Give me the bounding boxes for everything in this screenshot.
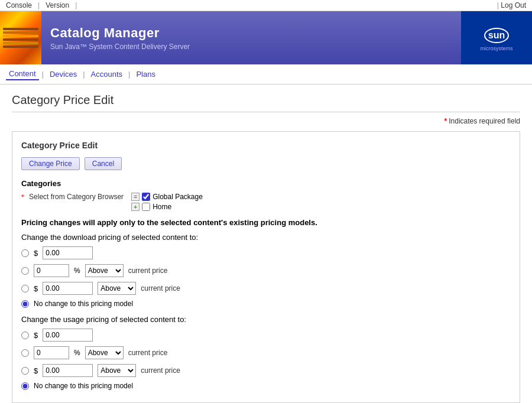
usage-row-4: No change to this pricing model (21, 381, 511, 391)
download-row-1: $ (21, 245, 511, 261)
top-bar-left: Console | Version | (6, 1, 77, 9)
download-radio-2[interactable] (21, 267, 29, 275)
usage-radio-4[interactable] (21, 382, 29, 390)
usage-row-3: $ Above Below current price (21, 363, 511, 378)
tree-icon-home[interactable]: + (131, 203, 140, 211)
download-no-change-label: No change to this pricing model (34, 300, 133, 308)
usage-radio-1[interactable] (21, 332, 29, 339)
nav-sep-2: | (83, 70, 85, 79)
top-bar: Console | Version | | Log Out (0, 0, 532, 11)
download-above-below-2[interactable]: Above Below (98, 282, 136, 295)
usage-above-below-2[interactable]: Above Below (98, 364, 136, 377)
dollar-3: $ (34, 331, 38, 340)
usage-row-2: % Above Below current price (21, 345, 511, 360)
download-row-2: % Above Below current price (21, 263, 511, 278)
cancel-button[interactable]: Cancel (85, 157, 122, 170)
usage-pricing-label: Change the usage pricing of selected con… (21, 315, 511, 324)
current-price-4: current price (141, 366, 180, 375)
nav-sep-3: | (128, 70, 130, 79)
book-spine (0, 11, 41, 64)
logout-link[interactable]: Log Out (501, 1, 526, 9)
home-label: Home (153, 203, 171, 211)
usage-price-input-1[interactable] (43, 329, 93, 342)
book-line-5 (3, 42, 38, 44)
download-radio-1[interactable] (21, 249, 29, 257)
categories-label: Categories (21, 179, 511, 188)
nav-devices[interactable]: Devices (47, 69, 80, 80)
nav-accounts[interactable]: Accounts (88, 69, 125, 80)
tree-icon-global[interactable]: = (131, 193, 140, 201)
required-note-text: Indicates required field (449, 117, 520, 125)
header-left: Catalog Manager Sun Java™ System Content… (0, 11, 461, 64)
nav-content[interactable]: Content (6, 68, 39, 80)
download-price-input-1[interactable] (43, 246, 93, 259)
download-radio-4[interactable] (21, 300, 29, 308)
tree-item-global: = Global Package (131, 193, 203, 201)
book-image (0, 11, 41, 64)
usage-no-change-label: No change to this pricing model (34, 382, 133, 390)
app-title: Catalog Manager (50, 25, 190, 41)
required-asterisk: * (445, 117, 447, 125)
download-radio-3[interactable] (21, 285, 29, 292)
dollar-1: $ (34, 249, 38, 258)
download-row-4: No change to this pricing model (21, 298, 511, 309)
pricing-note: Pricing changes will apply only to the s… (21, 218, 511, 227)
separator-1: | (38, 1, 40, 9)
download-percent-input[interactable] (34, 264, 69, 277)
current-price-1: current price (128, 266, 168, 275)
download-row-3: $ Above Below current price (21, 281, 511, 296)
app-subtitle: Sun Java™ System Content Delivery Server (50, 43, 190, 51)
percent-sign-2: % (74, 349, 80, 357)
dollar-4: $ (34, 366, 38, 375)
book-line-3 (3, 35, 38, 37)
version-link[interactable]: Version (46, 1, 69, 9)
home-checkbox[interactable] (142, 203, 150, 211)
dollar-2: $ (34, 284, 38, 293)
sun-logo-container: sun microsystems (461, 11, 532, 64)
usage-radio-2[interactable] (21, 349, 29, 357)
sun-logo-icon: sun (482, 25, 511, 46)
nav-sep-1: | (42, 70, 44, 79)
header-title-area: Catalog Manager Sun Java™ System Content… (41, 20, 199, 57)
top-bar-right: | Log Out (497, 1, 526, 9)
header: Catalog Manager Sun Java™ System Content… (0, 11, 532, 64)
change-price-button[interactable]: Change Price (21, 157, 80, 170)
download-price-input-2[interactable] (43, 282, 93, 295)
sun-logo-subtext: microsystems (480, 46, 512, 51)
usage-above-below-1[interactable]: Above Below (85, 346, 124, 359)
percent-sign-1: % (74, 266, 80, 275)
required-note: *Indicates required field (12, 117, 520, 125)
book-line-1 (3, 28, 38, 30)
tree-item-home: + Home (131, 203, 203, 211)
global-package-label: Global Package (153, 193, 203, 201)
global-package-checkbox[interactable] (142, 193, 150, 201)
usage-row-1: $ (21, 327, 511, 343)
book-line-2 (3, 31, 38, 34)
sun-logo: sun microsystems (480, 25, 512, 51)
current-price-3: current price (128, 349, 168, 357)
book-line-4 (3, 38, 38, 41)
category-tree: = Global Package + Home (131, 193, 203, 211)
action-buttons: Change Price Cancel (21, 157, 511, 170)
svg-text:sun: sun (488, 30, 505, 40)
download-above-below-1[interactable]: Above Below (85, 264, 124, 277)
console-link[interactable]: Console (6, 1, 32, 9)
required-marker: * (21, 193, 24, 202)
current-price-2: current price (141, 284, 180, 292)
category-browser-row: * Select from Category Browser = Global … (21, 193, 511, 211)
form-section-title: Category Price Edit (21, 141, 511, 150)
nav-plans[interactable]: Plans (133, 69, 158, 80)
download-pricing-label: Change the download pricing of selected … (21, 233, 511, 242)
usage-price-input-2[interactable] (43, 364, 93, 377)
page-content: Category Price Edit *Indicates required … (0, 84, 532, 403)
page-title: Category Price Edit (12, 93, 520, 112)
category-browser-label: Select from Category Browser (29, 193, 124, 201)
book-line-6 (3, 46, 38, 48)
separator-2: | (75, 1, 77, 9)
form-section: Category Price Edit Change Price Cancel … (12, 131, 520, 403)
separator-3: | (497, 1, 499, 9)
usage-percent-input[interactable] (34, 346, 69, 359)
usage-radio-3[interactable] (21, 367, 29, 375)
nav-bar: Content | Devices | Accounts | Plans (0, 64, 532, 84)
